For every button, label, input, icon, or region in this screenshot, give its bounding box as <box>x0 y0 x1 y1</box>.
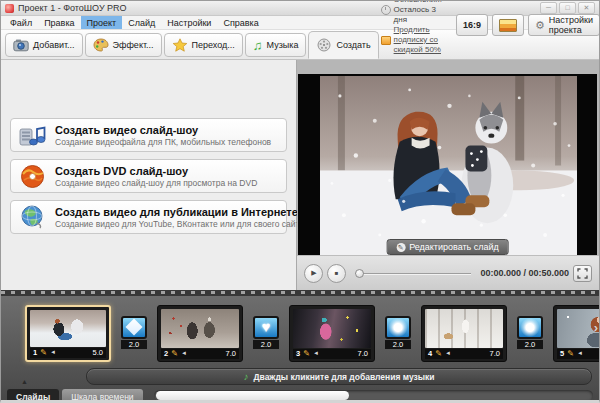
slide-info-bar: 1 ✎ ◄ 5.0 <box>30 348 106 358</box>
music-track[interactable]: ♪ Дважды кликните для добавления музыки <box>86 368 592 385</box>
option-subtitle: Создание видеофайла для ПК, мобильных те… <box>55 137 271 147</box>
edit-icon[interactable]: ✎ <box>435 350 442 358</box>
tab-music-label: Музыка <box>267 40 299 50</box>
tab-time-scale-label: Шкала времени <box>71 392 133 402</box>
edit-icon[interactable]: ✎ <box>567 350 574 358</box>
timeline-scroll-right-icon[interactable]: › <box>594 320 598 335</box>
timeline-scrollbar[interactable] <box>154 390 593 401</box>
timeline-track: 1 ✎ ◄ 5.0 2.0 2 ✎ ◄ 7.0 <box>1 296 599 366</box>
tab-slides[interactable]: Слайды <box>7 389 59 403</box>
video-file-icon <box>19 123 46 148</box>
speaker-icon[interactable]: ◄ <box>50 349 56 356</box>
fullscreen-icon <box>577 268 588 279</box>
slide-duration: 7.0 <box>358 349 368 358</box>
transition-duration: 2.0 <box>253 340 279 349</box>
timeline: 1 ✎ ◄ 5.0 2.0 2 ✎ ◄ 7.0 <box>1 290 599 403</box>
application-window: Проект 1 - ФотоШОУ PRO ─ □ ✕ Файл Правка… <box>0 0 600 403</box>
speaker-icon[interactable]: ◄ <box>577 350 583 357</box>
timeline-slide-4[interactable]: 4 ✎ ◄ 7.0 <box>421 305 507 362</box>
edit-slide-button[interactable]: ✎ Редактировать слайд <box>386 239 509 255</box>
slide-thumbnail <box>425 309 503 348</box>
transition-duration: 2.0 <box>121 340 147 349</box>
menu-slide[interactable]: Слайд <box>122 16 161 29</box>
slide-duration: 7.0 <box>490 349 500 358</box>
edit-icon[interactable]: ✎ <box>40 349 47 357</box>
play-button[interactable]: ▶ <box>304 264 323 283</box>
video-preview[interactable]: ✎ Редактировать слайд <box>298 74 597 256</box>
option-title: Создать видео слайд-шоу <box>55 124 271 137</box>
globe-icon <box>19 205 46 230</box>
timeline-slide-1[interactable]: 1 ✎ ◄ 5.0 <box>25 305 111 362</box>
toolbar-right: Обновления: Осталось 3 дня Продлить подп… <box>381 0 600 59</box>
create-dvd-button[interactable]: Создать DVD слайд-шоу Создание видео сла… <box>10 159 287 193</box>
timeline-transition-1[interactable]: 2.0 <box>119 316 149 349</box>
project-settings-label: Настройки проекта <box>549 15 593 35</box>
timeline-bottom-bar: ▲ Слайды Шкала времени <box>1 385 599 403</box>
option-text: Создать DVD слайд-шоу Создание видео сла… <box>55 165 257 188</box>
slide-info-bar: 3 ✎ ◄ 7.0 <box>293 349 371 359</box>
clock-icon <box>381 5 391 15</box>
timeline-slide-3[interactable]: 3 ✎ ◄ 7.0 <box>289 305 375 362</box>
option-title: Создать видео для публикации в Интернете <box>55 206 278 219</box>
slide-duration: 7.0 <box>226 349 236 358</box>
create-video-button[interactable]: Создать видео слайд-шоу Создание видеофа… <box>10 118 287 152</box>
scrollbar-thumb[interactable] <box>156 391 349 400</box>
tab-transitions-label: Переход... <box>192 40 235 50</box>
diamond-transition-icon <box>121 316 147 339</box>
image-icon <box>499 19 517 32</box>
renew-subscription-link[interactable]: Продлить подписку со скидкой 50% <box>394 25 442 55</box>
timeline-transition-2[interactable]: 2.0 <box>251 316 281 349</box>
app-icon <box>5 4 14 13</box>
music-note-icon: ♪ <box>243 372 248 382</box>
option-title: Создать DVD слайд-шоу <box>55 165 257 178</box>
update-status: Обновления: Осталось 3 дня <box>394 0 442 25</box>
timeline-transition-4[interactable]: 2.0 <box>515 316 545 349</box>
pencil-icon: ✎ <box>396 243 405 252</box>
window-title: Проект 1 - ФотоШОУ PRO <box>18 3 127 13</box>
timeline-slide-2[interactable]: 2 ✎ ◄ 7.0 <box>157 305 243 362</box>
edit-icon[interactable]: ✎ <box>171 350 178 358</box>
tab-add[interactable]: Добавит... <box>5 33 83 57</box>
collapse-caret-icon[interactable]: ▲ <box>21 379 28 385</box>
background-image-button[interactable] <box>492 14 524 36</box>
aspect-ratio-label: 16:9 <box>463 20 481 30</box>
menu-help[interactable]: Справка <box>217 16 264 29</box>
transition-duration: 2.0 <box>385 340 411 349</box>
update-block: Обновления: Осталось 3 дня Продлить подп… <box>381 0 442 55</box>
seek-handle[interactable] <box>355 269 364 278</box>
menu-settings[interactable]: Настройки <box>161 16 217 29</box>
edit-icon[interactable]: ✎ <box>303 350 310 358</box>
tab-slides-label: Слайды <box>16 392 50 402</box>
speaker-icon[interactable]: ◄ <box>313 350 319 357</box>
speaker-icon[interactable]: ◄ <box>181 350 187 357</box>
create-web-video-button[interactable]: Создать видео для публикации в Интернете… <box>10 200 287 234</box>
option-subtitle: Создание видео слайд-шоу для просмотра н… <box>55 178 257 188</box>
tab-music[interactable]: ♫ Музыка <box>245 33 307 57</box>
aspect-ratio-button[interactable]: 16:9 <box>456 14 488 36</box>
menu-edit[interactable]: Правка <box>38 16 80 29</box>
project-settings-button[interactable]: ⚙ Настройки проекта <box>528 14 600 36</box>
tab-effects[interactable]: Эффект... <box>85 33 162 57</box>
slide-info-bar: 4 ✎ ◄ 7.0 <box>425 349 503 359</box>
tab-create[interactable]: Создать <box>308 31 378 59</box>
slide-number: 2 <box>164 349 168 358</box>
menu-file[interactable]: Файл <box>4 16 38 29</box>
music-note-icon: ♫ <box>253 39 263 52</box>
speaker-icon[interactable]: ◄ <box>445 350 451 357</box>
option-subtitle: Создание видео для YouTube, ВКонтакте ил… <box>55 219 278 229</box>
tab-time-scale[interactable]: Шкала времени <box>62 389 142 403</box>
glow-transition-icon <box>385 316 411 339</box>
slide-number: 4 <box>428 349 432 358</box>
seek-slider[interactable] <box>355 269 471 278</box>
tab-create-label: Создать <box>336 40 370 50</box>
menu-project[interactable]: Проект <box>81 16 123 29</box>
tab-transitions[interactable]: Переход... <box>164 33 243 57</box>
tab-add-label: Добавит... <box>33 40 75 50</box>
tab-effects-label: Эффект... <box>113 40 154 50</box>
preview-photo <box>320 76 577 255</box>
camera-icon <box>13 38 29 52</box>
fullscreen-button[interactable] <box>573 265 592 282</box>
stop-button[interactable]: ■ <box>327 264 346 283</box>
timeline-transition-3[interactable]: 2.0 <box>383 316 413 349</box>
slide-number: 3 <box>296 349 300 358</box>
